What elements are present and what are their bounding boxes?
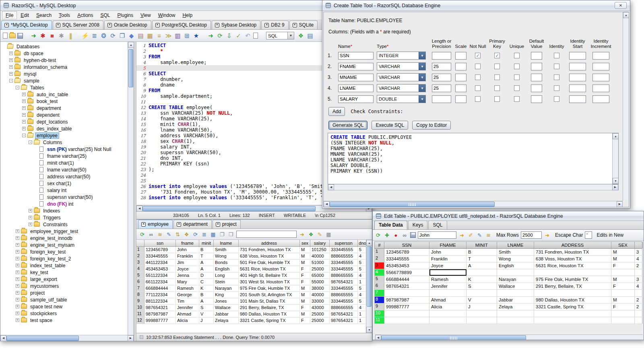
identity-checkbox[interactable]: [554, 53, 559, 58]
cell-SEX[interactable]: F: [611, 262, 635, 269]
expand-icon[interactable]: +: [16, 284, 19, 288]
edit-table-titlebar[interactable]: Edit Table - PUBLIC.EMPLOYEE utf8_notepa…: [373, 211, 644, 221]
cell-lname[interactable]: Smith: [214, 247, 239, 253]
table-row[interactable]: 7666884444RameshKNarayan975 Fire Oak, Hu…: [136, 285, 372, 292]
view-glasses-icon[interactable]: ∞: [401, 232, 408, 239]
table-row[interactable]: 4453453453JoyceAEnglish5631 Rice, Housto…: [136, 266, 372, 272]
format-sql-icon[interactable]: ≡: [155, 32, 163, 39]
cell-FNAME[interactable]: Joyce: [429, 262, 466, 269]
cell-fname[interactable]: George: [176, 292, 199, 298]
cell-address[interactable]: 731 Fondren, Houston TX: [239, 247, 300, 253]
cell-FNAME[interactable]: [429, 310, 466, 317]
column-header-MINIT[interactable]: MINIT: [466, 242, 497, 248]
default-value-input[interactable]: [531, 74, 542, 81]
cell-FNAME[interactable]: [429, 317, 466, 324]
results-search-input[interactable]: [236, 231, 297, 238]
cell-fname[interactable]: Alicia: [176, 318, 199, 324]
column-name-input[interactable]: [338, 74, 374, 81]
not-null-checkbox[interactable]: ✓: [475, 53, 481, 58]
validate-check-icon[interactable]: ✓: [235, 32, 242, 39]
connection-tab-oracle-desktop[interactable]: ✕Oracle Desktop: [104, 21, 151, 29]
expand-icon[interactable]: +: [22, 113, 26, 117]
table-row[interactable]: 5551122334JennaDLong401 High St, Bellair…: [136, 272, 372, 279]
identity-increment-input[interactable]: [592, 63, 609, 70]
cell-fname[interactable]: Ramesh: [176, 285, 199, 291]
cell-MINIT[interactable]: [466, 269, 497, 276]
cell-lname[interactable]: Wong: [214, 253, 239, 259]
row-number[interactable]: 6: [375, 283, 384, 289]
row-number[interactable]: 11: [375, 317, 384, 324]
column-header-cut[interactable]: [635, 242, 643, 248]
primary-key-checkbox[interactable]: [494, 64, 500, 69]
cell-ssn[interactable]: 987987987: [144, 311, 176, 317]
cell-ssn[interactable]: 999887777: [144, 318, 176, 324]
table-row[interactable]: 2333445555FranklinTWong638 Voss, Houston…: [136, 253, 372, 260]
cell-minit[interactable]: T: [199, 253, 214, 259]
not-null-checkbox[interactable]: [475, 85, 481, 91]
cell-salary[interactable]: 65000: [310, 272, 330, 279]
table-row[interactable]: 10987654321JenniferSWallace291 Berry, Be…: [136, 305, 372, 311]
expand-icon[interactable]: +: [9, 65, 13, 69]
scale-input[interactable]: [455, 85, 466, 92]
tree-vscrollbar[interactable]: ▲: [128, 42, 134, 335]
go-forward-icon[interactable]: ➜: [207, 32, 215, 39]
copy-to-editor-button[interactable]: Copy to Editor: [412, 121, 451, 130]
chevron-down-icon[interactable]: ▼: [419, 95, 425, 103]
cell-ADDRESS[interactable]: 975 Fire Oak, Humble TX: [534, 276, 611, 283]
scroll-right-icon[interactable]: ▶: [612, 184, 618, 190]
column-type-select[interactable]: VARCHAR▼: [377, 84, 426, 92]
scroll-up-icon[interactable]: ▲: [613, 133, 619, 139]
cell-SSN[interactable]: 123456789: [384, 249, 429, 255]
tree-item-stockpickers[interactable]: +stockpickers: [1, 310, 126, 317]
not-null-checkbox[interactable]: [475, 96, 481, 102]
cell-minit[interactable]: A: [199, 298, 214, 304]
tree-item-engine_test_innodb[interactable]: +engine_test_innodb: [1, 235, 126, 241]
menu-help[interactable]: Help: [179, 11, 196, 19]
cell-SSN[interactable]: 666884444: [384, 276, 429, 283]
result-tab-project[interactable]: ✕project: [213, 220, 241, 229]
cell-sex[interactable]: F: [300, 266, 310, 272]
tree-item-employee[interactable]: -employee: [1, 132, 126, 139]
row-number[interactable]: 8: [136, 292, 144, 298]
cell-ADDRESS[interactable]: 638 Voss, Houston TX: [534, 256, 611, 262]
cell-superssn[interactable]: 333445555: [330, 247, 358, 253]
tree-item-key_test[interactable]: +key_test: [1, 269, 126, 276]
expand-icon[interactable]: +: [16, 291, 19, 295]
cell-cut[interactable]: 3: [635, 276, 643, 283]
cell-salary[interactable]: 55000: [310, 279, 330, 285]
cell-lname[interactable]: English: [214, 266, 239, 272]
menu-file[interactable]: File: [2, 11, 17, 19]
cell-minit[interactable]: B: [199, 247, 214, 253]
cell-salary[interactable]: 25000: [310, 266, 330, 272]
primary-key-checkbox[interactable]: [494, 74, 500, 80]
tree-item-dept_locations[interactable]: +dept_locations: [1, 118, 126, 125]
expand-icon[interactable]: +: [22, 93, 26, 96]
row-number[interactable]: 2: [375, 256, 384, 262]
row-number[interactable]: 4: [136, 266, 144, 272]
sql-vscrollbar[interactable]: ▲ ▼: [612, 133, 618, 184]
cell-SSN[interactable]: 987654321: [384, 283, 429, 289]
cell-ssn[interactable]: 551122334: [144, 272, 176, 279]
tree-item-lname[interactable]: lname varchar(50): [1, 166, 126, 173]
cell-SEX[interactable]: M: [611, 276, 635, 283]
cell-LNAME[interactable]: Smith: [497, 249, 534, 255]
cell-SEX[interactable]: [611, 269, 635, 276]
cell-ADDRESS[interactable]: 980 Dallas, Houston TX: [534, 297, 611, 303]
scroll-left-icon[interactable]: ◀: [324, 201, 330, 207]
table-row[interactable]: 45566778899: [374, 269, 642, 276]
row-number[interactable]: 3: [375, 262, 384, 269]
new-file-icon[interactable]: [3, 33, 8, 39]
menu-edit[interactable]: Edit: [17, 11, 33, 19]
row-number[interactable]: 7: [375, 290, 384, 296]
row-number[interactable]: 3: [136, 260, 144, 266]
table-row[interactable]: 3441122334JimABonds501 Fire Oak, Humble …: [136, 260, 372, 266]
table-row[interactable]: 10: [374, 310, 642, 317]
cell-ADDRESS[interactable]: [534, 269, 611, 276]
table-row[interactable]: 9881122334TimAJones101 Main St, Dallas T…: [136, 298, 372, 305]
open-file-icon[interactable]: [9, 33, 16, 38]
tree-item-superssn[interactable]: superssn varchar(50): [1, 194, 126, 200]
column-header-LNAME[interactable]: LNAME: [497, 242, 534, 248]
cell-fname[interactable]: Jennifer: [176, 305, 199, 311]
cell-sex[interactable]: F: [300, 305, 310, 311]
column-header-superssn[interactable]: superssn: [330, 240, 358, 246]
